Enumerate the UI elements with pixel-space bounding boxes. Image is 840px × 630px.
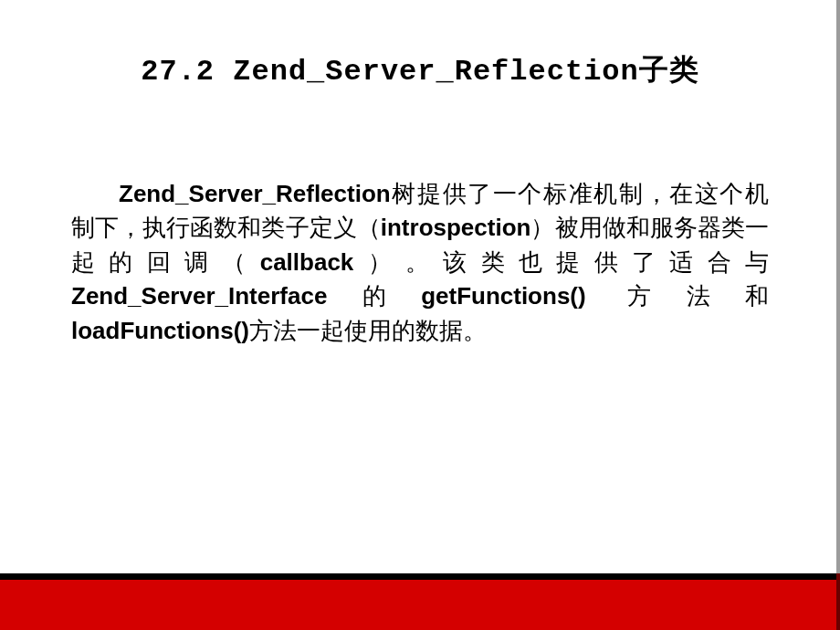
text-bold-9: getFunctions() <box>421 282 627 310</box>
text-regular-6: ）。该类也提供了适合与 <box>353 249 769 276</box>
text-regular-12: 方法一起使用的数据。 <box>249 318 487 344</box>
shadow-right <box>836 0 840 573</box>
shadow-bottom <box>836 573 840 630</box>
text-regular-10: 方法和 <box>627 283 769 310</box>
divider-black-bar <box>0 573 840 580</box>
text-regular-8: 的 <box>327 283 421 310</box>
slide-body: Zend_Server_Reflection树提供了一个标准机制，在这个机制下，… <box>0 177 840 348</box>
text-bold-7: Zend_Server_Interface <box>71 282 327 310</box>
slide-title: 27.2 Zend_Server_Reflection子类 <box>0 50 840 90</box>
footer-red-bar <box>0 580 840 630</box>
text-bold-3: introspection <box>381 214 531 241</box>
text-bold-5: callback <box>260 248 354 276</box>
text-bold-11: loadFunctions() <box>71 317 249 344</box>
text-bold-1: Zend_Server_Reflection <box>119 180 391 207</box>
slide-container: 27.2 Zend_Server_Reflection子类 Zend_Serve… <box>0 0 840 630</box>
